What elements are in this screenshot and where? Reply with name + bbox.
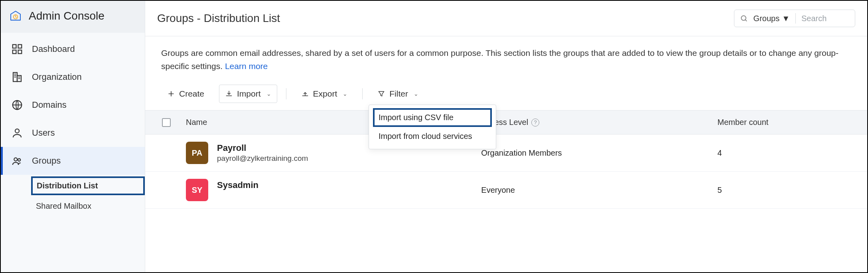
caret-down-icon: ▼ (782, 14, 790, 23)
plus-icon (167, 90, 175, 98)
chevron-down-icon: ⌄ (343, 91, 347, 97)
main: Groups - Distribution List Groups ▼ Grou… (145, 1, 867, 272)
sidebar-label: Users (32, 128, 55, 138)
search-divider (795, 13, 796, 24)
sidebar-item-users[interactable]: Users (1, 119, 145, 147)
group-access: Everyone (481, 186, 717, 195)
button-label: Import (237, 89, 261, 99)
create-button[interactable]: Create (161, 85, 210, 103)
sidebar-label: Dashboard (32, 44, 75, 54)
sidebar: Admin Console Dashboard Organization Dom… (1, 1, 145, 272)
svg-rect-3 (13, 50, 16, 54)
svg-rect-4 (18, 50, 22, 54)
search-scope[interactable]: Groups ▼ (754, 14, 790, 23)
avatar: SY (186, 179, 208, 201)
sidebar-item-organization[interactable]: Organization (1, 63, 145, 91)
button-label: Create (179, 89, 204, 99)
searchbar[interactable]: Groups ▼ (734, 10, 855, 27)
organization-icon (11, 71, 23, 83)
avatar: PA (186, 142, 208, 164)
group-name: Payroll (217, 143, 308, 153)
download-icon (225, 90, 233, 98)
brand: Admin Console (1, 1, 145, 33)
toolbar-separator (362, 88, 363, 99)
filter-button[interactable]: Filter ⌄ (371, 85, 424, 103)
group-access: Organization Members (481, 148, 717, 158)
button-label: Export (313, 89, 337, 99)
search-input[interactable] (801, 14, 849, 23)
group-email: payroll@zylkertraining.com (217, 154, 308, 163)
sidebar-subnav: Distribution List Shared Mailbox (1, 175, 145, 220)
svg-point-8 (15, 129, 19, 133)
brand-logo-icon (10, 10, 22, 22)
import-cloud-option[interactable]: Import from cloud services (373, 127, 492, 146)
group-name: Sysadmin (217, 180, 318, 190)
sidebar-label: Organization (32, 72, 82, 82)
svg-point-9 (14, 158, 17, 161)
subnav-label: Distribution List (37, 181, 98, 190)
help-icon[interactable]: ? (531, 119, 539, 127)
filter-icon (377, 90, 385, 98)
toolbar-separator (286, 88, 286, 99)
subnav-shared-mailbox[interactable]: Shared Mailbox (31, 198, 145, 215)
brand-title: Admin Console (29, 10, 105, 22)
sidebar-label: Groups (32, 156, 61, 166)
button-label: Filter (389, 89, 408, 99)
subnav-distribution-list[interactable]: Distribution List (31, 176, 145, 195)
import-dropdown: Import using CSV file Import from cloud … (369, 105, 496, 149)
column-count[interactable]: Member count (718, 118, 855, 127)
import-button[interactable]: Import ⌄ (219, 85, 277, 103)
group-count: 5 (718, 186, 855, 195)
table-row[interactable]: SY Sysadmin sysadmin@zylkertraining.com … (145, 172, 867, 209)
learn-more-link[interactable]: Learn more (225, 61, 268, 71)
export-button[interactable]: Export ⌄ (295, 85, 354, 103)
dashboard-icon (11, 43, 23, 55)
sidebar-label: Domains (32, 100, 67, 110)
sidebar-item-dashboard[interactable]: Dashboard (1, 35, 145, 63)
description: Groups are common email addresses, share… (145, 36, 867, 76)
chevron-down-icon: ⌄ (266, 91, 271, 97)
import-csv-option[interactable]: Import using CSV file (373, 108, 492, 127)
select-all-checkbox[interactable] (162, 118, 171, 127)
subnav-label: Shared Mailbox (36, 202, 91, 210)
sidebar-nav: Dashboard Organization Domains Users (1, 33, 145, 220)
svg-rect-1 (13, 45, 16, 48)
groups-icon (11, 155, 23, 167)
toolbar: Create Import ⌄ Export ⌄ (145, 76, 867, 110)
chevron-down-icon: ⌄ (414, 91, 418, 97)
search-icon (740, 14, 748, 22)
sidebar-item-groups[interactable]: Groups (1, 147, 145, 175)
table-header: Name Access Level ? Member count (145, 111, 867, 135)
dropdown-item-label: Import using CSV file (379, 113, 454, 122)
sidebar-item-domains[interactable]: Domains (1, 91, 145, 119)
page-title: Groups - Distribution List (157, 12, 724, 25)
header: Groups - Distribution List Groups ▼ (145, 1, 867, 36)
group-count: 4 (718, 148, 855, 158)
user-icon (11, 127, 23, 139)
search-scope-label: Groups (754, 14, 780, 23)
dropdown-item-label: Import from cloud services (379, 132, 472, 140)
groups-table: Name Access Level ? Member count PA Payr… (145, 110, 867, 209)
svg-rect-2 (18, 45, 22, 48)
column-access[interactable]: Access Level ? (481, 118, 717, 127)
globe-icon (11, 99, 23, 111)
svg-point-10 (18, 158, 21, 161)
upload-icon (301, 90, 309, 98)
table-row[interactable]: PA Payroll payroll@zylkertraining.com Or… (145, 135, 867, 172)
